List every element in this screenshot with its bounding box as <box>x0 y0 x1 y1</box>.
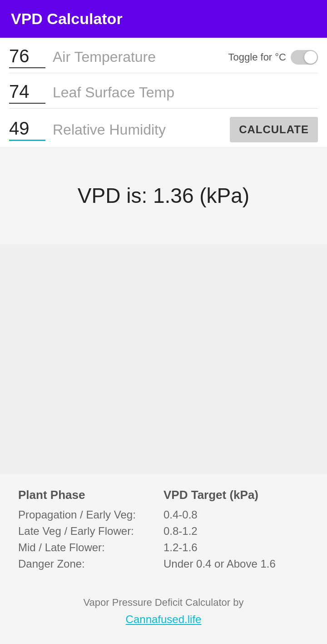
humidity-row: Relative Humidity CALCULATE <box>9 109 318 147</box>
vpd-result: VPD is: 1.36 (kPa) <box>78 183 249 208</box>
reference-row: Propagation / Early Veg:0.4-0.8 <box>18 508 309 521</box>
ref-vpd-2: 1.2-1.6 <box>164 541 309 554</box>
air-temp-label: Air Temperature <box>53 49 228 65</box>
leaf-temp-input[interactable] <box>9 81 45 104</box>
app-title: VPD Calculator <box>11 10 123 28</box>
reference-row: Danger Zone:Under 0.4 or Above 1.6 <box>18 558 309 570</box>
reference-section: Plant Phase VPD Target (kPa) Propagation… <box>0 474 327 583</box>
ref-phase-3: Danger Zone: <box>18 558 164 570</box>
ref-vpd-0: 0.4-0.8 <box>164 508 309 521</box>
humidity-label: Relative Humidity <box>53 121 230 138</box>
footer-link[interactable]: Cannafused.life <box>9 613 318 626</box>
air-temp-input[interactable] <box>9 46 45 68</box>
input-section: Air Temperature Toggle for °C Leaf Surfa… <box>0 38 327 147</box>
ref-vpd-3: Under 0.4 or Above 1.6 <box>164 558 309 570</box>
toggle-label: Toggle for °C <box>228 51 286 63</box>
leaf-temp-row: Leaf Surface Temp <box>9 73 318 109</box>
reference-rows: Propagation / Early Veg:0.4-0.8Late Veg … <box>18 508 309 570</box>
humidity-input[interactable] <box>9 118 45 141</box>
app-header: VPD Calculator <box>0 0 327 38</box>
calculate-button[interactable]: CALCULATE <box>230 117 318 142</box>
ref-vpd-1: 0.8-1.2 <box>164 525 309 538</box>
ref-col1-header: Plant Phase <box>18 488 164 502</box>
ref-col2-header: VPD Target (kPa) <box>164 488 309 502</box>
reference-row: Late Veg / Early Flower:0.8-1.2 <box>18 525 309 538</box>
leaf-temp-label: Leaf Surface Temp <box>53 84 318 101</box>
celsius-toggle[interactable] <box>291 50 318 65</box>
ref-phase-1: Late Veg / Early Flower: <box>18 525 164 538</box>
result-section: VPD is: 1.36 (kPa) <box>0 147 327 244</box>
ref-phase-0: Propagation / Early Veg: <box>18 508 164 521</box>
reference-header: Plant Phase VPD Target (kPa) <box>18 488 309 502</box>
footer-text: Vapor Pressure Deficit Calculator by <box>9 597 318 609</box>
air-temp-row: Air Temperature Toggle for °C <box>9 38 318 73</box>
footer: Vapor Pressure Deficit Calculator by Can… <box>0 583 327 644</box>
celsius-toggle-container: Toggle for °C <box>228 50 318 65</box>
reference-row: Mid / Late Flower:1.2-1.6 <box>18 541 309 554</box>
ref-phase-2: Mid / Late Flower: <box>18 541 164 554</box>
